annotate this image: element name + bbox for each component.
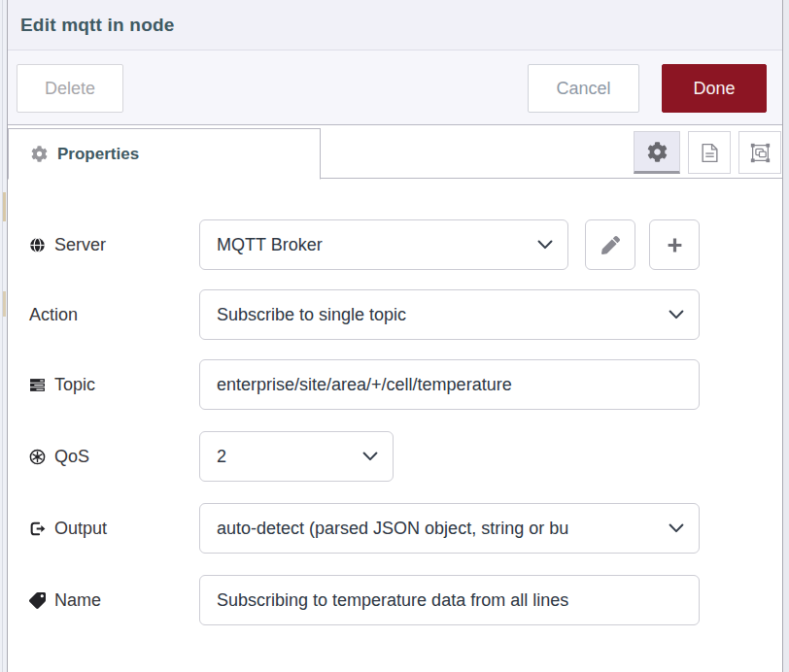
document-icon	[700, 143, 720, 163]
workspace-edge	[0, 0, 7, 672]
server-select-value: MQTT Broker	[217, 235, 323, 255]
gear-icon	[31, 146, 48, 162]
action-select[interactable]: Subscribe to single topic	[199, 289, 700, 340]
server-label: Server	[29, 235, 199, 255]
topic-label: Topic	[29, 375, 199, 395]
tag-icon	[29, 592, 46, 609]
tab-properties-label: Properties	[57, 145, 139, 164]
qos-select[interactable]: 2	[199, 431, 394, 482]
chevron-down-icon	[362, 452, 378, 461]
object-group-icon	[750, 143, 771, 163]
topic-row: Topic	[29, 359, 782, 410]
output-select[interactable]: auto-detect (parsed JSON object, string …	[199, 503, 700, 554]
pencil-icon	[601, 236, 620, 254]
action-select-value: Subscribe to single topic	[217, 305, 406, 325]
description-tab-button[interactable]	[688, 131, 731, 174]
edit-mqtt-node-dialog: Edit mqtt in node Delete Cancel Done Pro…	[7, 0, 783, 672]
edit-server-button[interactable]	[585, 219, 635, 270]
screen: Edit mqtt in node Delete Cancel Done Pro…	[0, 0, 789, 672]
appearance-tab-button[interactable]	[738, 131, 781, 174]
name-input[interactable]	[199, 575, 700, 625]
sign-out-icon	[29, 521, 46, 537]
chevron-down-icon	[537, 240, 553, 250]
tab-bar: Properties	[8, 125, 782, 179]
action-row: Action Subscribe to single topic	[29, 289, 782, 340]
add-server-button[interactable]	[649, 219, 700, 270]
name-label: Name	[29, 590, 199, 611]
qos-select-value: 2	[217, 447, 226, 467]
name-row: Name	[29, 575, 782, 625]
dialog-button-bar: Delete Cancel Done	[8, 50, 782, 125]
cancel-button[interactable]: Cancel	[528, 64, 639, 113]
action-label: Action	[29, 305, 199, 325]
server-row: Server MQTT Broker	[29, 219, 782, 270]
server-select[interactable]: MQTT Broker	[199, 219, 568, 270]
plus-icon	[666, 236, 684, 254]
globe-icon	[29, 237, 46, 253]
delete-button[interactable]: Delete	[17, 64, 123, 113]
dialog-title: Edit mqtt in node	[20, 15, 175, 36]
chevron-down-icon	[669, 310, 684, 319]
tasks-icon	[29, 377, 46, 393]
output-label: Output	[29, 519, 199, 539]
output-select-value: auto-detect (parsed JSON object, string …	[217, 519, 568, 539]
qos-label: QoS	[29, 447, 199, 467]
properties-tab-button[interactable]	[634, 131, 680, 174]
done-button[interactable]: Done	[662, 64, 767, 113]
chevron-down-icon	[669, 523, 684, 533]
empire-icon	[29, 449, 46, 465]
dialog-header: Edit mqtt in node	[8, 0, 782, 50]
properties-form: Server MQTT Broker Action Subscr	[8, 179, 782, 625]
tab-properties[interactable]: Properties	[8, 128, 321, 180]
qos-row: QoS 2	[29, 431, 782, 482]
gear-icon	[647, 142, 668, 162]
topic-input[interactable]	[199, 359, 700, 410]
output-row: Output auto-detect (parsed JSON object, …	[29, 503, 782, 554]
